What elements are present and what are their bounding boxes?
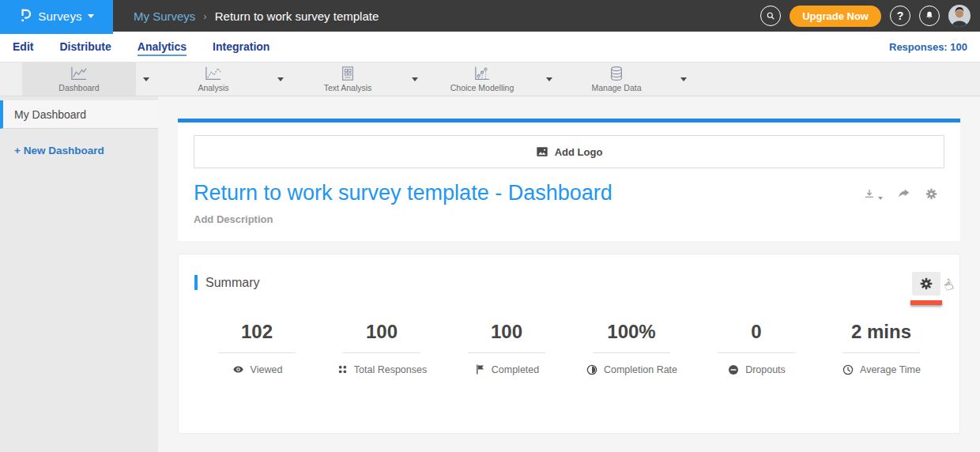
tool-label: Manage Data bbox=[591, 83, 641, 92]
add-description-field[interactable]: Add Description bbox=[194, 213, 944, 225]
download-icon bbox=[862, 187, 876, 202]
chevron-down-icon bbox=[88, 14, 94, 18]
breadcrumb-current: Return to work survey template bbox=[215, 9, 379, 23]
add-logo-dropzone[interactable]: Add Logo bbox=[194, 135, 944, 168]
page-title[interactable]: Return to work survey template - Dashboa… bbox=[194, 181, 612, 205]
divider bbox=[343, 352, 420, 353]
share-button[interactable] bbox=[896, 187, 911, 202]
summary-settings: ☝ bbox=[910, 272, 942, 305]
stat-completion-rate: 100% Completion Rate bbox=[569, 321, 694, 376]
minus-circle-icon bbox=[727, 363, 740, 376]
stat-viewed: 102 Viewed bbox=[194, 321, 319, 376]
stat-average-time: 2 mins Average Time bbox=[819, 321, 944, 376]
analytics-toolbar: Dashboard Analysis Text Analysis Choice … bbox=[0, 62, 980, 96]
question-mark-icon: ? bbox=[897, 9, 904, 22]
stat-label: Total Responses bbox=[354, 364, 427, 375]
responses-count[interactable]: Responses: 100 bbox=[889, 41, 967, 53]
stat-value: 100% bbox=[569, 321, 694, 343]
analysis-button[interactable]: Analysis bbox=[156, 62, 270, 96]
sidebar-item-my-dashboard[interactable]: My Dashboard bbox=[0, 100, 158, 129]
stat-label: Average Time bbox=[860, 364, 921, 375]
stat-value: 0 bbox=[694, 321, 819, 343]
dots-grid-icon bbox=[337, 363, 349, 375]
analysis-chart-icon bbox=[204, 66, 223, 81]
title-actions bbox=[862, 187, 944, 205]
stat-value: 100 bbox=[444, 321, 569, 343]
user-avatar[interactable] bbox=[948, 5, 971, 27]
tab-integration[interactable]: Integration bbox=[213, 38, 270, 56]
stat-label: Completed bbox=[492, 364, 539, 375]
dashboard-dropdown-caret[interactable] bbox=[136, 62, 156, 96]
text-analysis-button[interactable]: Text Analysis bbox=[291, 62, 405, 96]
tab-distribute[interactable]: Distribute bbox=[59, 38, 111, 56]
tab-edit[interactable]: Edit bbox=[13, 38, 33, 56]
tool-label: Analysis bbox=[198, 83, 228, 92]
choice-modelling-dropdown-caret[interactable] bbox=[539, 62, 560, 96]
app-switcher[interactable]: Surveys bbox=[0, 0, 113, 34]
analysis-dropdown-caret[interactable] bbox=[270, 62, 291, 96]
title-settings-button[interactable] bbox=[925, 187, 938, 201]
breadcrumb-my-surveys[interactable]: My Surveys bbox=[134, 9, 195, 23]
choice-modelling-button[interactable]: Choice Modelling bbox=[425, 62, 539, 96]
stat-value: 2 mins bbox=[819, 321, 944, 343]
share-icon bbox=[896, 187, 911, 202]
database-icon bbox=[609, 66, 624, 81]
stat-dropouts: 0 Dropouts bbox=[694, 321, 819, 376]
text-analysis-dropdown-caret[interactable] bbox=[405, 62, 425, 96]
gear-icon bbox=[919, 277, 933, 291]
dashboard-sidebar: My Dashboard + New Dashboard bbox=[0, 96, 158, 452]
manage-data-dropdown-caret[interactable] bbox=[673, 62, 694, 96]
help-button[interactable]: ? bbox=[890, 6, 910, 26]
search-button[interactable] bbox=[760, 6, 781, 26]
new-dashboard-button[interactable]: + New Dashboard bbox=[14, 145, 158, 156]
summary-widget: Summary ☝ 102 Viewed bbox=[178, 254, 960, 434]
survey-nav: Edit Distribute Analytics Integration Re… bbox=[0, 32, 980, 62]
gear-icon bbox=[925, 187, 938, 201]
tool-choice-modelling: Choice Modelling bbox=[425, 62, 560, 96]
stat-value: 100 bbox=[319, 321, 444, 343]
dashboard-button[interactable]: Dashboard bbox=[22, 62, 136, 96]
dashboard-main: Add Logo Return to work survey template … bbox=[158, 96, 980, 452]
tool-label: Dashboard bbox=[58, 83, 99, 92]
manage-data-button[interactable]: Manage Data bbox=[560, 62, 673, 96]
upgrade-now-button[interactable]: Upgrade Now bbox=[790, 6, 881, 27]
stat-completed: 100 Completed bbox=[444, 321, 569, 376]
section-accent-bar bbox=[194, 275, 198, 290]
breadcrumb: My Surveys › Return to work survey templ… bbox=[134, 9, 379, 23]
stat-label: Dropouts bbox=[745, 364, 786, 375]
content-area: My Dashboard + New Dashboard Add Logo Re… bbox=[0, 96, 980, 452]
tool-manage-data: Manage Data bbox=[560, 62, 694, 96]
add-logo-label: Add Logo bbox=[555, 146, 603, 158]
brand-label: Surveys bbox=[38, 9, 82, 23]
tool-analysis: Analysis bbox=[156, 62, 291, 96]
stat-value: 102 bbox=[194, 321, 319, 343]
eye-icon bbox=[232, 363, 245, 375]
breadcrumb-separator: › bbox=[203, 10, 206, 22]
image-icon bbox=[536, 146, 548, 157]
stat-label: Viewed bbox=[251, 364, 283, 375]
summary-stats: 102 Viewed 100 Total Responses bbox=[194, 321, 944, 376]
header-actions: Upgrade Now ? bbox=[760, 5, 980, 27]
download-button[interactable] bbox=[862, 187, 883, 202]
tool-label: Text Analysis bbox=[324, 83, 372, 92]
dashboard-chart-icon bbox=[70, 66, 89, 81]
cursor-pointer-icon: ☝ bbox=[941, 275, 956, 295]
summary-header: Summary ☝ bbox=[194, 272, 944, 305]
notifications-button[interactable] bbox=[919, 6, 940, 26]
tool-text-analysis: Text Analysis bbox=[291, 62, 425, 96]
sidebar-item-label: My Dashboard bbox=[14, 108, 86, 121]
summary-settings-button[interactable] bbox=[912, 272, 940, 296]
tool-dashboard: Dashboard bbox=[22, 62, 156, 96]
clock-icon bbox=[842, 363, 854, 376]
stat-label: Completion Rate bbox=[604, 364, 677, 375]
tab-analytics[interactable]: Analytics bbox=[138, 38, 187, 56]
flag-icon bbox=[474, 363, 486, 375]
bell-icon bbox=[924, 10, 935, 21]
divider bbox=[842, 352, 920, 353]
dashboard-header-card: Add Logo Return to work survey template … bbox=[178, 119, 960, 241]
choice-modelling-icon bbox=[473, 66, 492, 81]
stat-total-responses: 100 Total Responses bbox=[319, 321, 444, 376]
divider bbox=[218, 352, 296, 353]
divider bbox=[468, 352, 545, 353]
summary-heading: Summary bbox=[205, 276, 259, 290]
